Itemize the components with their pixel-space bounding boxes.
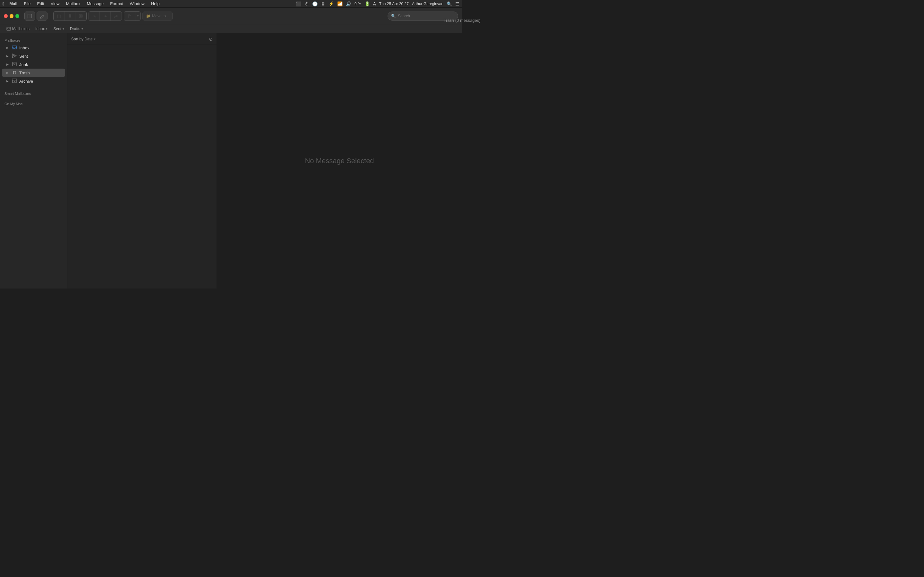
- notification-center-icon[interactable]: ☰: [455, 1, 459, 6]
- svg-line-3: [43, 15, 44, 16]
- menu-edit[interactable]: Edit: [34, 1, 47, 7]
- sidebar-item-junk[interactable]: ▶ Junk: [2, 60, 65, 69]
- sent-icon: [11, 53, 17, 59]
- junk-button[interactable]: [75, 11, 86, 21]
- flag-button-group: ▾: [124, 11, 141, 21]
- volume-icon[interactable]: 🔊: [346, 1, 351, 6]
- message-viewer: No Message Selected: [217, 33, 462, 288]
- menu-help[interactable]: Help: [149, 1, 162, 7]
- search-input[interactable]: [398, 14, 455, 18]
- menu-mailbox[interactable]: Mailbox: [63, 1, 83, 7]
- sidebar-item-inbox[interactable]: ▶ Inbox: [2, 44, 65, 52]
- svg-rect-15: [12, 79, 17, 80]
- favorites-mailboxes-label: Mailboxes: [12, 27, 29, 31]
- favorites-bar: Mailboxes Inbox ▾ Sent ▾ Drafts ▾: [0, 24, 462, 33]
- move-to-label: Move to...: [152, 14, 169, 18]
- flag-button[interactable]: [124, 11, 135, 21]
- junk-expand-icon: ▶: [6, 63, 10, 66]
- favorites-inbox-label: Inbox: [35, 27, 45, 31]
- archive-icon: [11, 78, 17, 84]
- username-display[interactable]: Arthur Gareginyan: [412, 2, 443, 6]
- close-button[interactable]: [4, 14, 8, 18]
- datetime-display[interactable]: Thu 25 Apr 20:27: [379, 2, 409, 6]
- forward-button[interactable]: [111, 11, 121, 21]
- menu-window[interactable]: Window: [127, 1, 147, 7]
- battery-indicator: 9 %: [355, 2, 361, 6]
- trash-icon: [11, 70, 17, 76]
- window-controls: [4, 14, 19, 18]
- sidebar-item-archive[interactable]: ▶ Archive: [2, 77, 65, 85]
- junk-label: Junk: [19, 62, 62, 67]
- compose-button[interactable]: [37, 11, 47, 21]
- inbox-chevron-icon: ▾: [46, 27, 47, 31]
- search-box[interactable]: 🔍: [388, 11, 458, 21]
- archive-label: Archive: [19, 79, 62, 84]
- inbox-expand-icon: ▶: [6, 46, 10, 49]
- compose-buttons: [24, 11, 47, 21]
- filter-icon[interactable]: ⊙: [209, 37, 213, 42]
- time-machine-icon[interactable]: ⏱: [304, 1, 309, 6]
- apple-menu[interactable]: : [3, 1, 4, 6]
- keyboard-input-icon[interactable]: A: [373, 1, 376, 6]
- sent-label: Sent: [19, 54, 62, 59]
- trash-label: Trash: [19, 71, 62, 75]
- reply-group: [89, 11, 122, 21]
- reply-all-button[interactable]: [100, 11, 111, 21]
- sidebar-item-trash[interactable]: ▶ Trash: [2, 69, 65, 77]
- wifi-icon[interactable]: 📶: [337, 1, 342, 6]
- delete-button[interactable]: [65, 11, 75, 21]
- sidebar-item-sent[interactable]: ▶ Sent: [2, 52, 65, 60]
- favorites-sent-label: Sent: [53, 27, 61, 31]
- search-icon: 🔍: [391, 14, 396, 18]
- toolbar: ▾ 📁 Move to... 🔍: [0, 8, 462, 24]
- backup-icon[interactable]: 🕐: [312, 1, 318, 6]
- sort-chevron-icon: ▾: [94, 37, 95, 41]
- menubar:  Mail File Edit View Mailbox Message Fo…: [0, 0, 462, 8]
- message-list-panel: Sort by Date ▾ ⊙: [67, 33, 217, 288]
- favorites-drafts[interactable]: Drafts ▾: [67, 26, 86, 32]
- archive-expand-icon: ▶: [6, 79, 10, 83]
- sidebar: Mailboxes ▶ Inbox ▶ Sent ▶: [0, 33, 67, 288]
- svg-rect-5: [57, 15, 61, 18]
- bluetooth-icon[interactable]: ⚡: [328, 1, 334, 6]
- sent-chevron-icon: ▾: [63, 27, 64, 31]
- drafts-chevron-icon: ▾: [81, 27, 83, 31]
- main-layout: Mailboxes ▶ Inbox ▶ Sent ▶: [0, 33, 462, 288]
- favorites-inbox[interactable]: Inbox ▾: [33, 26, 50, 32]
- sent-expand-icon: ▶: [6, 55, 10, 58]
- favorites-mailboxes[interactable]: Mailboxes: [4, 26, 32, 32]
- mailboxes-section-label: Mailboxes: [0, 36, 67, 44]
- on-my-mac-label: On My Mac: [0, 99, 67, 107]
- inbox-label: Inbox: [19, 45, 62, 50]
- menu-format[interactable]: Format: [107, 1, 126, 7]
- favorites-sent[interactable]: Sent ▾: [51, 26, 67, 32]
- favorites-drafts-label: Drafts: [70, 27, 80, 31]
- new-message-button[interactable]: [24, 11, 35, 21]
- battery-icon: 🔋: [365, 1, 370, 6]
- maximize-button[interactable]: [15, 14, 19, 18]
- move-to-button[interactable]: 📁 Move to...: [142, 11, 173, 21]
- menu-message[interactable]: Message: [84, 1, 107, 7]
- archive-delete-group: [53, 11, 87, 21]
- screen-mirroring-icon[interactable]: ⬛: [296, 1, 301, 6]
- archive-button[interactable]: [53, 11, 65, 21]
- sort-label: Sort by Date: [71, 37, 93, 41]
- flag-chevron[interactable]: ▾: [135, 11, 140, 21]
- move-to-icon: 📁: [146, 14, 151, 18]
- search-menu-icon[interactable]: 🔍: [447, 1, 452, 6]
- svg-rect-10: [7, 27, 11, 31]
- menu-view[interactable]: View: [48, 1, 62, 7]
- menu-mail[interactable]: Mail: [7, 1, 20, 7]
- minimize-button[interactable]: [10, 14, 13, 18]
- menu-file[interactable]: File: [21, 1, 33, 7]
- message-list-header: Sort by Date ▾ ⊙: [67, 33, 216, 45]
- message-list-body: [67, 45, 216, 288]
- junk-icon: [11, 61, 17, 68]
- smart-mailboxes-label: Smart Mailboxes: [0, 89, 67, 97]
- display-icon[interactable]: 🖥: [321, 1, 325, 6]
- sort-button[interactable]: Sort by Date ▾: [71, 37, 95, 41]
- trash-expand-icon: ▶: [6, 71, 10, 74]
- reply-button[interactable]: [89, 11, 100, 21]
- menubar-right: ⬛ ⏱ 🕐 🖥 ⚡ 📶 🔊 9 % 🔋 A Thu 25 Apr 20:27 A…: [296, 1, 459, 6]
- no-message-selected-text: No Message Selected: [305, 157, 374, 165]
